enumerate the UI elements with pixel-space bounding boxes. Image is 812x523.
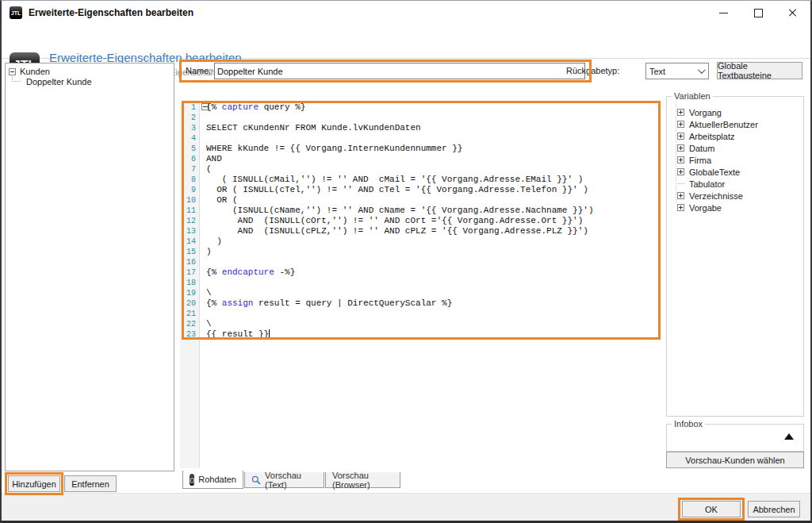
variable-item-datum[interactable]: Datum: [672, 142, 800, 154]
variable-label: Datum: [689, 144, 714, 153]
line-number: 1: [180, 102, 199, 113]
line-number: 6: [180, 154, 199, 164]
magnifier-icon: [251, 475, 261, 486]
code-line[interactable]: AND (ISNULL(cOrt,'') != '' AND cOrt ='{{…: [206, 216, 662, 226]
ok-button[interactable]: OK: [682, 501, 741, 517]
code-line[interactable]: AND: [206, 154, 662, 164]
expand-icon[interactable]: [677, 156, 684, 163]
code-line[interactable]: {% endcapture -%}: [206, 267, 662, 278]
variables-tree: VorgangAktuellerBenutzerArbeitsplatzDatu…: [672, 106, 800, 213]
line-number: 4: [180, 133, 199, 144]
variable-label: Arbeitsplatz: [689, 132, 734, 141]
line-number: 15: [180, 247, 199, 257]
remove-button[interactable]: Entfernen: [64, 475, 117, 492]
code-line[interactable]: SELECT cKundenNr FROM Kunde.lvKundenDate…: [206, 123, 662, 133]
return-type-label: Rückgabetyp:: [566, 66, 619, 75]
expand-icon[interactable]: [677, 109, 684, 116]
minimize-icon: [719, 13, 728, 13]
maximize-button[interactable]: [741, 1, 776, 25]
code-line[interactable]: ): [206, 237, 662, 247]
tree-child-label: Doppelter Kunde: [26, 77, 92, 87]
infobox-panel: Infobox: [666, 424, 804, 452]
variable-item-vorgang[interactable]: Vorgang: [672, 106, 800, 118]
infobox-label: Infobox: [672, 419, 705, 429]
editor-code[interactable]: {% capture query %}SELECT cKundenNr FROM…: [206, 102, 662, 340]
add-button[interactable]: Hinzufügen: [8, 475, 60, 492]
line-number: 23: [180, 329, 199, 340]
code-line[interactable]: AND (ISNULL(cPLZ,'') != '' AND cPLZ = '{…: [206, 226, 662, 237]
variable-item-tabulator[interactable]: Tabulator: [672, 178, 800, 190]
code-line[interactable]: (ISNULL(cName,'') != '' AND cName = '{{ …: [206, 206, 662, 216]
code-line[interactable]: \: [206, 288, 662, 298]
line-number: 20: [180, 298, 199, 309]
variable-item-verzeichnisse[interactable]: Verzeichnisse: [672, 190, 800, 202]
cancel-button[interactable]: Abbrechen: [748, 501, 800, 517]
line-number: 3: [180, 123, 199, 133]
tab-label: Vorschau (Text): [265, 471, 317, 490]
close-button[interactable]: [776, 1, 810, 25]
line-number: 16: [180, 257, 199, 267]
code-line[interactable]: {{ result }}: [206, 329, 662, 340]
variable-label: GlobaleTexte: [689, 167, 740, 177]
editor-gutter: 1234567891011121314151617181920212223: [180, 102, 200, 468]
code-line[interactable]: [206, 309, 662, 319]
variable-item-aktuellerbenutzer[interactable]: AktuellerBenutzer: [672, 118, 800, 130]
variable-label: Vorgang: [689, 108, 722, 117]
code-line[interactable]: ): [206, 247, 662, 257]
variable-label: Vorgabe: [689, 203, 722, 213]
properties-tree-panel: Kunden Doppelter Kunde: [5, 63, 174, 471]
tab-rohdaten[interactable]: {} Rohdaten: [182, 471, 243, 489]
variable-item-vorgabe[interactable]: Vorgabe: [672, 202, 800, 213]
dialog-window: JTL Erweiterte-Eigenschaften bearbeiten …: [0, 0, 812, 523]
return-type-select[interactable]: Text: [645, 63, 709, 79]
name-input[interactable]: [214, 63, 585, 79]
expand-icon[interactable]: [677, 133, 684, 140]
code-editor[interactable]: 1234567891011121314151617181920212223 {%…: [180, 102, 662, 468]
line-number: 13: [180, 226, 199, 237]
code-line[interactable]: OR ( ISNULL(cTel,'') != '' AND cTel = '{…: [206, 185, 662, 195]
line-number: 17: [180, 267, 199, 278]
variable-label: Firma: [689, 156, 711, 165]
tab-vorschau-browser[interactable]: Vorschau (Browser): [325, 472, 400, 488]
expand-icon[interactable]: [677, 192, 684, 199]
line-number: 19: [180, 288, 199, 298]
tab-vorschau-text[interactable]: Vorschau (Text): [244, 472, 324, 488]
variable-item-firma[interactable]: Firma: [672, 154, 800, 166]
expand-icon[interactable]: [677, 144, 684, 152]
line-number: 11: [180, 206, 199, 216]
expand-icon[interactable]: [677, 168, 684, 175]
code-line[interactable]: {% capture query %}: [206, 102, 662, 113]
minimize-button[interactable]: [706, 1, 741, 25]
code-line[interactable]: {% assign result = query | DirectQuerySc…: [206, 298, 662, 309]
variables-panel-label: Variablen: [672, 91, 713, 101]
preview-customers-button[interactable]: Vorschau-Kunden wählen: [666, 452, 804, 468]
line-number: 10: [180, 195, 199, 206]
code-line[interactable]: OR (: [206, 195, 662, 206]
code-line[interactable]: ( ISNULL(cMail,'') != '' AND cMail = '{{…: [206, 175, 662, 185]
expand-icon[interactable]: [677, 121, 684, 128]
tree-node-doppelter-kunde[interactable]: Doppelter Kunde: [26, 77, 92, 87]
text-caret: [269, 329, 270, 338]
global-snippets-button[interactable]: Globale Textbausteine: [717, 62, 802, 79]
expand-icon[interactable]: [677, 204, 684, 211]
variable-label: Tabulator: [689, 179, 725, 189]
code-line[interactable]: [206, 113, 662, 123]
code-line[interactable]: [206, 133, 662, 144]
maximize-icon: [754, 9, 763, 17]
code-line[interactable]: WHERE kKunde != {{ Vorgang.InterneKunden…: [206, 144, 662, 154]
line-number: 14: [180, 237, 199, 247]
code-line[interactable]: [206, 257, 662, 267]
line-number: 21: [180, 309, 199, 319]
line-number: 18: [180, 278, 199, 288]
infobox-toggle-icon[interactable]: [784, 433, 794, 440]
app-logo-icon: JTL: [10, 6, 22, 19]
line-number: 12: [180, 216, 199, 226]
code-line[interactable]: \: [206, 319, 662, 329]
variable-label: Verzeichnisse: [689, 191, 743, 201]
code-line[interactable]: (: [206, 164, 662, 175]
variables-panel: Variablen VorgangAktuellerBenutzerArbeit…: [666, 96, 804, 417]
variable-item-globaletexte[interactable]: GlobaleTexte: [672, 166, 800, 178]
title-bar: JTL Erweiterte-Eigenschaften bearbeiten: [2, 1, 810, 25]
code-line[interactable]: [206, 278, 662, 288]
variable-item-arbeitsplatz[interactable]: Arbeitsplatz: [672, 130, 800, 142]
